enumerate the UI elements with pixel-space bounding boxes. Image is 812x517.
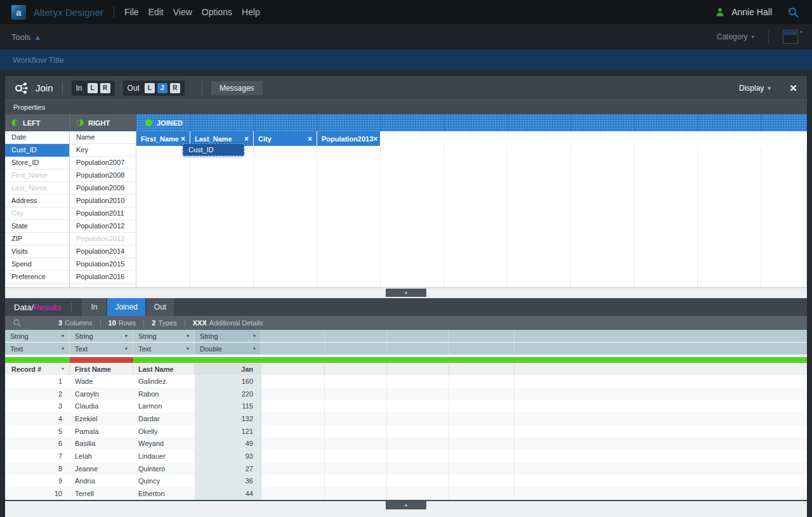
menu-item[interactable]: File bbox=[124, 7, 139, 17]
category-dropdown[interactable]: Category ▾ bbox=[717, 32, 754, 41]
column-header-jan[interactable]: Jan bbox=[195, 363, 261, 375]
right-field-item[interactable]: Population2015 bbox=[70, 258, 136, 271]
chevron-down-icon: ▾ bbox=[187, 333, 189, 339]
remove-column-icon[interactable]: × bbox=[181, 134, 185, 143]
joined-column-label: Population2013 bbox=[322, 135, 373, 143]
left-field-item[interactable]: Date bbox=[5, 131, 69, 144]
menu-item[interactable]: Help bbox=[242, 7, 260, 17]
storage-dropdown[interactable]: Text ▾ bbox=[5, 343, 70, 355]
search-icon[interactable] bbox=[13, 318, 22, 327]
app-root: a Alteryx Designer FileEditViewOptionsHe… bbox=[0, 0, 812, 517]
right-field-item[interactable]: Population2013 bbox=[70, 233, 136, 245]
cell-last-name: Weyand bbox=[133, 437, 195, 450]
left-field-item[interactable]: Visits bbox=[5, 245, 69, 258]
storage-dropdown[interactable]: Double ▾ bbox=[195, 343, 261, 355]
search-icon[interactable] bbox=[787, 6, 799, 18]
cell-empty bbox=[325, 425, 387, 438]
remove-column-icon[interactable]: × bbox=[308, 134, 312, 143]
right-field-item[interactable]: Name bbox=[70, 131, 136, 144]
column-header-record[interactable]: Record # ▾ bbox=[5, 363, 70, 375]
left-field-item[interactable]: Address bbox=[5, 195, 69, 207]
left-field-item[interactable]: ZIP bbox=[5, 233, 69, 245]
right-field-item[interactable]: Population2008 bbox=[70, 169, 136, 182]
cell-empty bbox=[449, 412, 514, 425]
right-field-item[interactable]: Population2010 bbox=[70, 195, 136, 207]
cell-empty bbox=[387, 437, 449, 450]
joined-column-header[interactable]: City × bbox=[254, 131, 317, 146]
left-field-item[interactable]: Cust_ID bbox=[5, 144, 69, 157]
right-field-item[interactable]: Population2007 bbox=[70, 157, 136, 169]
tool-name: Join bbox=[36, 82, 53, 93]
cell-last-name: Galindez bbox=[133, 375, 195, 388]
right-field-item[interactable]: Population2011 bbox=[70, 207, 136, 220]
storage-dropdown[interactable]: Text ▾ bbox=[133, 343, 195, 355]
cell-last-name: Quincy bbox=[133, 475, 195, 488]
joined-column-header[interactable]: Population2013 × bbox=[317, 131, 381, 146]
menu-item[interactable]: Options bbox=[202, 7, 232, 17]
column-header-first-name[interactable]: First Name bbox=[70, 363, 133, 375]
left-field-item[interactable]: Store_ID bbox=[5, 157, 69, 169]
type-dropdown[interactable]: String ▾ bbox=[70, 330, 133, 342]
chevron-down-icon[interactable]: ▾ bbox=[800, 29, 802, 35]
cell-last-name: Quintero bbox=[133, 462, 195, 475]
joined-empty-grid bbox=[136, 146, 807, 287]
remove-column-icon[interactable]: × bbox=[373, 134, 377, 143]
anchor-button[interactable]: L bbox=[145, 83, 155, 93]
canvas-view-icon[interactable] bbox=[783, 30, 798, 44]
table-row: 9 Andria Quincy 36 bbox=[5, 475, 807, 488]
left-field-item[interactable]: Spend bbox=[5, 258, 69, 271]
display-dropdown[interactable]: Display ▾ bbox=[739, 84, 771, 93]
left-field-item[interactable]: Preference bbox=[5, 271, 69, 284]
remove-column-icon[interactable]: × bbox=[244, 134, 249, 143]
divider bbox=[202, 82, 202, 95]
close-icon[interactable]: × bbox=[790, 82, 797, 94]
cell-empty bbox=[387, 412, 449, 425]
type-value: String bbox=[138, 332, 157, 340]
storage-dropdown[interactable]: Text ▾ bbox=[70, 343, 133, 355]
left-field-item[interactable]: State bbox=[5, 220, 69, 233]
anchor-button[interactable]: R bbox=[100, 83, 110, 93]
right-field-item[interactable]: Key bbox=[70, 144, 136, 157]
results-tab[interactable]: Out bbox=[147, 298, 174, 316]
dragged-field-ghost[interactable]: Cust_ID bbox=[183, 143, 244, 156]
cell-record: 3 bbox=[5, 400, 70, 412]
anchor-button[interactable]: J bbox=[157, 83, 167, 93]
cell-jan: 27 bbox=[195, 462, 261, 475]
left-field-item[interactable]: First_Name bbox=[5, 169, 69, 182]
messages-button[interactable]: Messages bbox=[211, 81, 263, 95]
column-header-last-name[interactable]: Last Name bbox=[133, 363, 195, 375]
menu-item[interactable]: Edit bbox=[148, 7, 164, 17]
user-name[interactable]: Annie Hall bbox=[731, 7, 772, 17]
results-tab[interactable]: Joined bbox=[107, 298, 145, 316]
column-header-empty bbox=[449, 363, 514, 375]
menu-item[interactable]: View bbox=[173, 7, 192, 17]
collapse-handle[interactable]: ▴ bbox=[386, 289, 426, 297]
left-field-item[interactable]: City bbox=[5, 207, 69, 220]
left-field-item[interactable]: Last_Name bbox=[5, 182, 69, 195]
in-buttons: LR bbox=[88, 83, 110, 93]
left-field-list: DateCust_IDStore_IDFirst_NameLast_NameAd… bbox=[5, 131, 70, 287]
type-dropdown[interactable]: String ▾ bbox=[133, 330, 195, 342]
type-dropdown[interactable]: String ▾ bbox=[5, 330, 70, 342]
type-value: String bbox=[200, 332, 218, 340]
joined-output-header[interactable]: JOINED bbox=[136, 114, 807, 131]
right-field-item[interactable]: Population2012 bbox=[70, 220, 136, 233]
right-field-item[interactable]: Population2014 bbox=[70, 245, 136, 258]
right-field-item[interactable]: Population2009 bbox=[70, 182, 136, 195]
tools-collapse-toggle[interactable]: Tools ▴ bbox=[11, 32, 40, 42]
type-dropdown[interactable]: String ▾ bbox=[195, 330, 261, 342]
table-row: 1 Wade Galindez 160 bbox=[5, 375, 807, 388]
right-field-item[interactable]: Population2016 bbox=[70, 271, 136, 284]
cell-jan: 36 bbox=[195, 475, 261, 488]
cell-empty bbox=[514, 425, 807, 438]
right-input-header[interactable]: RIGHT bbox=[70, 114, 136, 131]
collapse-handle[interactable]: ▴ bbox=[386, 501, 426, 509]
quality-warning-segment bbox=[70, 357, 133, 363]
chevron-down-icon: ▾ bbox=[253, 333, 256, 339]
results-tab[interactable]: In bbox=[82, 298, 106, 316]
cell-empty bbox=[325, 400, 387, 412]
anchor-button[interactable]: R bbox=[170, 83, 180, 93]
anchor-button[interactable]: L bbox=[88, 83, 98, 93]
cell-first-name: Ezekiel bbox=[70, 412, 133, 425]
left-input-header[interactable]: LEFT bbox=[5, 114, 70, 131]
